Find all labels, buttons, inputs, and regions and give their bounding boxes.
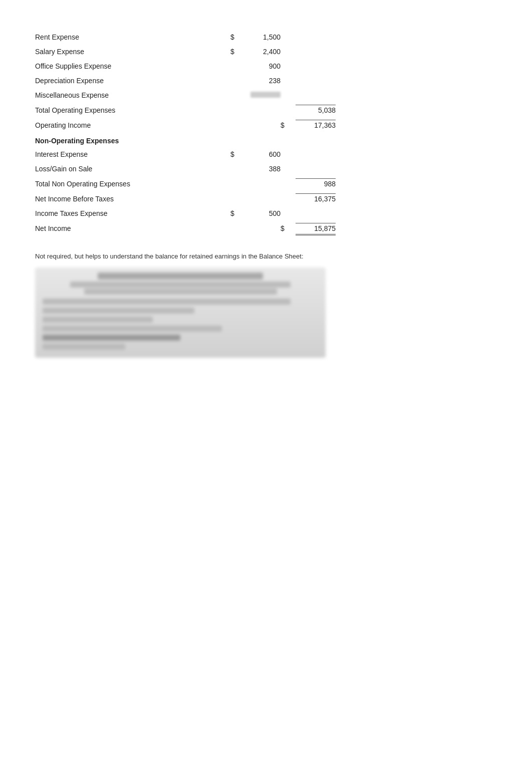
office-supplies-expense: Office Supplies Expense900 xyxy=(35,59,336,74)
rent-expense-amount1: 1,500 xyxy=(245,32,281,43)
depreciation-expense: Depreciation Expense238 xyxy=(35,74,336,88)
salary-expense: Salary Expense$2,400 xyxy=(35,45,336,59)
income-taxes-expense-dollar1: $ xyxy=(230,208,245,219)
non-operating-expenses-header: Non-Operating Expenses xyxy=(35,133,336,147)
net-income-before-taxes-label: Net Income Before Taxes xyxy=(35,194,230,204)
income-statement: Rent Expense$1,500Salary Expense$2,400Of… xyxy=(35,30,336,358)
loss-gain-on-sale-label: Loss/Gain on Sale xyxy=(35,164,230,174)
salary-expense-label: Salary Expense xyxy=(35,47,230,57)
depreciation-expense-label: Depreciation Expense xyxy=(35,76,230,86)
salary-expense-dollar1: $ xyxy=(230,47,245,57)
total-operating-expenses-label: Total Operating Expenses xyxy=(35,105,230,116)
office-supplies-expense-amount1: 900 xyxy=(245,61,281,72)
total-non-operating-expenses-label: Total Non Operating Expenses xyxy=(35,179,230,189)
total-operating-expenses-amount2: 5,038 xyxy=(296,105,336,116)
office-supplies-expense-label: Office Supplies Expense xyxy=(35,61,230,72)
rent-expense-dollar1: $ xyxy=(230,32,245,43)
operating-income-label: Operating Income xyxy=(35,120,230,131)
operating-income-amount2: 17,363 xyxy=(296,120,336,131)
total-non-operating-expenses: Total Non Operating Expenses988 xyxy=(35,176,336,191)
income-taxes-expense-amount1: 500 xyxy=(245,208,281,219)
net-income-label: Net Income xyxy=(35,223,230,234)
net-income-dollar2: $ xyxy=(281,223,296,234)
net-income-before-taxes: Net Income Before Taxes16,375 xyxy=(35,191,336,206)
non-operating-expenses-header-label: Non-Operating Expenses xyxy=(35,136,336,146)
operating-income: Operating Income$17,363 xyxy=(35,118,336,133)
total-non-operating-expenses-amount2: 988 xyxy=(296,178,336,189)
rent-expense-label: Rent Expense xyxy=(35,32,230,43)
operating-income-dollar2: $ xyxy=(281,120,296,131)
interest-expense-dollar1: $ xyxy=(230,149,245,160)
income-taxes-expense: Income Taxes Expense$500 xyxy=(35,206,336,221)
net-income: Net Income$15,875 xyxy=(35,221,336,237)
loss-gain-on-sale: Loss/Gain on Sale388 xyxy=(35,162,336,176)
interest-expense: Interest Expense$600 xyxy=(35,147,336,162)
loss-gain-on-sale-amount1: 388 xyxy=(245,164,281,174)
depreciation-expense-amount1: 238 xyxy=(245,76,281,86)
net-income-amount2: 15,875 xyxy=(296,223,336,235)
miscellaneous-expense: Miscellaneous Expense xyxy=(35,88,336,103)
miscellaneous-expense-label: Miscellaneous Expense xyxy=(35,90,230,101)
interest-expense-amount1: 600 xyxy=(245,149,281,160)
blurred-section xyxy=(35,268,326,358)
salary-expense-amount1: 2,400 xyxy=(245,47,281,57)
net-income-before-taxes-amount2: 16,375 xyxy=(296,193,336,204)
total-operating-expenses: Total Operating Expenses5,038 xyxy=(35,103,336,118)
rent-expense: Rent Expense$1,500 xyxy=(35,30,336,45)
income-taxes-expense-label: Income Taxes Expense xyxy=(35,208,230,219)
note-text: Not required, but helps to understand th… xyxy=(35,252,336,260)
miscellaneous-expense-amount1 xyxy=(245,90,281,101)
interest-expense-label: Interest Expense xyxy=(35,149,230,160)
